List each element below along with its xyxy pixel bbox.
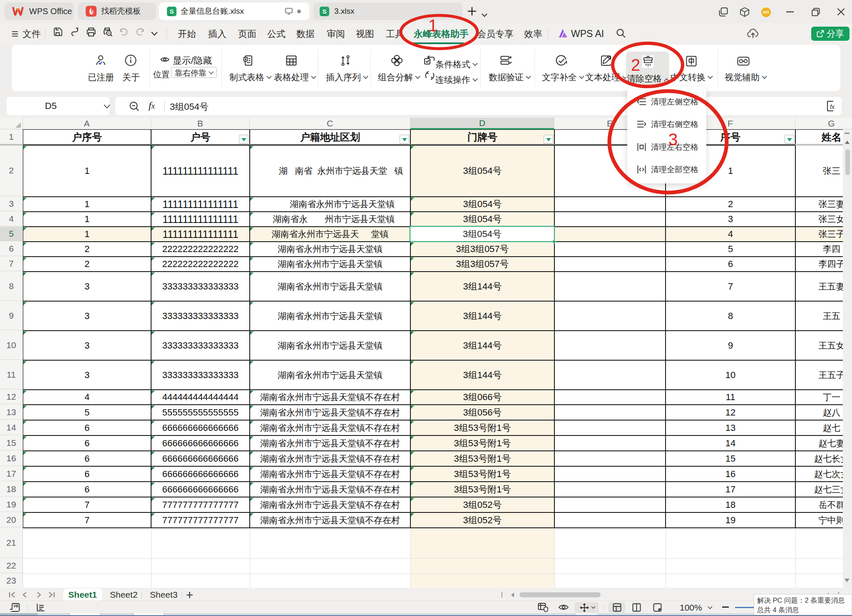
svg-text:S: S xyxy=(322,7,326,15)
svg-text:VB: VB xyxy=(13,604,19,608)
svg-text:fx: fx xyxy=(830,104,835,110)
svg-text:S: S xyxy=(169,7,174,15)
